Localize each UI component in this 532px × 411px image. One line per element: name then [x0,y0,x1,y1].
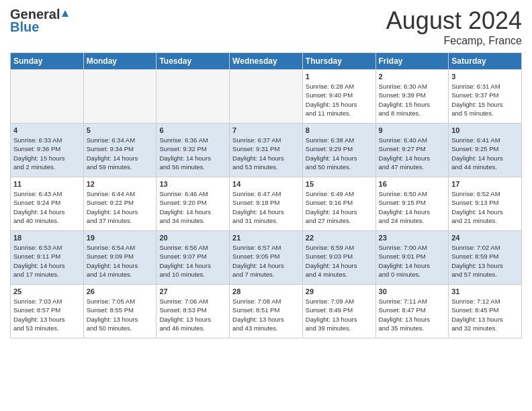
day-number: 22 [306,234,373,242]
weekday-header-sunday: Sunday [11,53,84,70]
day-number: 18 [13,234,81,242]
day-info-line: Daylight: 14 hours [379,261,446,270]
day-number: 27 [159,287,226,295]
day-info-line: and 43 minutes. [232,324,300,332]
day-info-line: Sunrise: 6:31 AM [451,82,519,91]
calendar-day-cell: 4Sunrise: 6:33 AMSunset: 9:36 PMDaylight… [11,124,84,177]
day-info-line: Daylight: 13 hours [306,315,373,324]
calendar-day-cell: 25Sunrise: 7:03 AMSunset: 8:57 PMDayligh… [11,285,84,338]
day-info-line: Daylight: 14 hours [232,208,300,216]
day-info-line: Daylight: 15 hours [451,100,519,109]
title-block: August 2024 Fecamp, France [386,7,522,47]
day-info-line: Daylight: 14 hours [232,261,300,270]
day-number: 14 [232,180,300,188]
calendar-day-cell: 21Sunrise: 6:57 AMSunset: 9:05 PMDayligh… [230,231,303,285]
day-info-line: Sunset: 9:37 PM [451,91,519,99]
calendar-day-cell: 19Sunrise: 6:54 AMSunset: 9:09 PMDayligh… [83,231,157,285]
day-info-line: and 50 minutes. [87,324,154,332]
calendar-day-cell: 15Sunrise: 6:49 AMSunset: 9:16 PMDayligh… [302,177,375,231]
day-info-line: and 21 minutes. [451,216,519,225]
day-info-line: and 0 minutes. [379,270,446,279]
day-info-line: and 27 minutes. [306,216,373,225]
day-info-line: Sunrise: 7:02 AM [451,243,519,252]
day-info-line: Sunrise: 6:34 AM [87,136,154,144]
day-number: 15 [306,180,373,188]
weekday-header-thursday: Thursday [302,53,375,70]
day-info-line: Sunrise: 6:49 AM [306,189,373,198]
day-info-line: and 37 minutes. [87,216,154,225]
day-number: 12 [87,180,154,188]
day-info-line: Sunset: 9:18 PM [232,198,300,207]
header-row: SundayMondayTuesdayWednesdayThursdayFrid… [11,53,522,70]
day-info-line: Daylight: 13 hours [451,315,519,324]
day-info-line: and 10 minutes. [159,270,226,279]
day-info-line: Sunrise: 7:11 AM [379,297,446,306]
weekday-header-friday: Friday [375,53,449,70]
day-info-line: and 40 minutes. [13,216,81,225]
day-info-line: Sunset: 9:11 PM [13,252,81,261]
day-info-line: Sunrise: 6:50 AM [379,189,446,198]
location: Fecamp, France [386,35,522,47]
day-info-line: and 46 minutes. [159,324,226,332]
calendar-day-cell: 11Sunrise: 6:43 AMSunset: 9:24 PMDayligh… [11,177,84,231]
day-info-line: Daylight: 13 hours [13,315,81,324]
day-info-line: Sunrise: 7:06 AM [159,297,226,306]
day-number: 21 [232,234,300,242]
day-info-line: Sunset: 8:53 PM [159,306,226,314]
day-info-line: and 32 minutes. [451,324,519,332]
calendar-day-cell: 2Sunrise: 6:30 AMSunset: 9:39 PMDaylight… [375,70,449,124]
day-info-line: Daylight: 14 hours [306,154,373,163]
day-number: 7 [232,126,300,134]
day-info-line: Sunrise: 6:40 AM [379,136,446,144]
day-info-line: and 53 minutes. [232,163,300,171]
day-info-line: Sunset: 9:09 PM [87,252,154,261]
weekday-header-saturday: Saturday [449,53,522,70]
calendar-day-cell: 7Sunrise: 6:37 AMSunset: 9:31 PMDaylight… [230,124,303,177]
calendar-day-cell: 30Sunrise: 7:11 AMSunset: 8:47 PMDayligh… [375,285,449,338]
day-info-line: and 50 minutes. [306,163,373,171]
svg-marker-0 [62,10,69,17]
day-info-line: Sunrise: 6:43 AM [13,189,81,198]
day-number: 17 [451,180,519,188]
day-number: 5 [87,126,154,134]
day-info-line: Sunrise: 6:54 AM [87,243,154,252]
day-info-line: Sunset: 9:03 PM [306,252,373,261]
empty-cell [230,70,303,124]
day-info-line: and 14 minutes. [87,270,154,279]
day-info-line: Daylight: 14 hours [159,261,226,270]
day-number: 24 [451,234,519,242]
calendar-day-cell: 10Sunrise: 6:41 AMSunset: 9:25 PMDayligh… [449,124,522,177]
day-number: 11 [13,180,81,188]
day-info-line: Sunset: 8:57 PM [13,306,81,314]
day-info-line: Sunrise: 6:57 AM [232,243,300,252]
day-info-line: Sunset: 9:01 PM [379,252,446,261]
day-info-line: Sunset: 9:20 PM [159,198,226,207]
day-number: 2 [379,73,446,81]
day-info-line: Sunrise: 6:38 AM [306,136,373,144]
day-info-line: Sunset: 9:25 PM [451,144,519,153]
day-number: 16 [379,180,446,188]
day-info-line: Daylight: 13 hours [159,315,226,324]
weekday-header-wednesday: Wednesday [230,53,303,70]
day-info-line: Daylight: 15 hours [379,100,446,109]
calendar-day-cell: 9Sunrise: 6:40 AMSunset: 9:27 PMDaylight… [375,124,449,177]
day-info-line: and 44 minutes. [451,163,519,171]
day-number: 29 [306,287,373,295]
day-number: 19 [87,234,154,242]
weekday-header-tuesday: Tuesday [157,53,230,70]
day-info-line: Sunset: 9:27 PM [379,144,446,153]
calendar-day-cell: 14Sunrise: 6:47 AMSunset: 9:18 PMDayligh… [230,177,303,231]
day-info-line: Daylight: 14 hours [306,261,373,270]
day-info-line: Sunrise: 6:33 AM [13,136,81,144]
day-info-line: Daylight: 14 hours [87,261,154,270]
day-info-line: Sunrise: 7:09 AM [306,297,373,306]
day-number: 4 [13,126,81,134]
day-info-line: Sunrise: 6:28 AM [306,82,373,91]
day-info-line: Daylight: 14 hours [232,154,300,163]
day-info-line: Sunrise: 7:03 AM [13,297,81,306]
day-number: 28 [232,287,300,295]
day-info-line: Sunrise: 6:59 AM [306,243,373,252]
day-info-line: and 7 minutes. [232,270,300,279]
calendar-week-row: 4Sunrise: 6:33 AMSunset: 9:36 PMDaylight… [11,124,522,177]
calendar-day-cell: 1Sunrise: 6:28 AMSunset: 9:40 PMDaylight… [302,70,375,124]
